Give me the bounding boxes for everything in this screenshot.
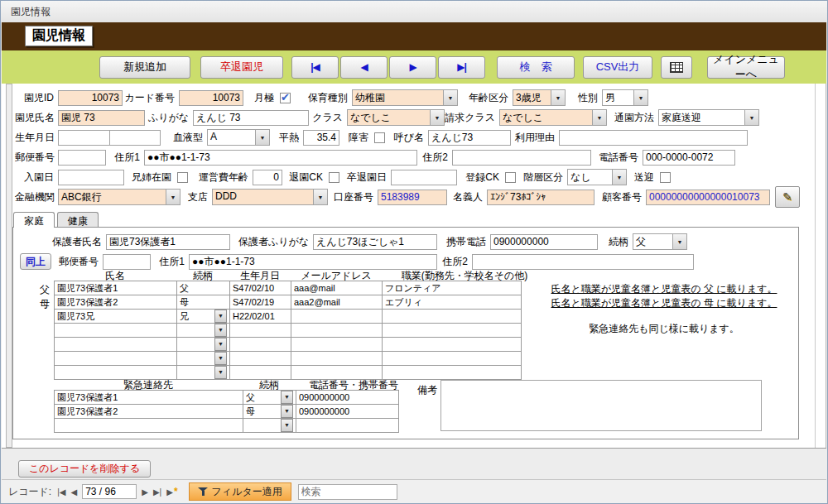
rec-prev-button[interactable]: ◀ [68, 487, 79, 497]
reason-input[interactable] [559, 130, 748, 146]
nav-next-button[interactable]: ▶ [389, 56, 436, 79]
phone-input[interactable] [643, 150, 735, 166]
family-relation-cell[interactable] [177, 324, 230, 338]
pickup-checkbox[interactable] [660, 172, 671, 183]
customer-no-input[interactable] [646, 190, 770, 205]
combo-arrow-icon[interactable] [214, 338, 227, 351]
memo-edit-button[interactable]: ✎ [775, 186, 800, 208]
monthly-checkbox[interactable] [280, 93, 291, 103]
gender-combo[interactable]: 男 [602, 89, 648, 106]
family-name-cell[interactable]: 園児73保護者2 [55, 295, 177, 310]
same-as-above-button[interactable]: 同上 [20, 253, 51, 270]
nav-prev-button[interactable]: ◀ [340, 56, 388, 79]
combo-arrow-icon[interactable] [214, 352, 227, 365]
child-name-input[interactable] [58, 110, 145, 126]
family-job-cell[interactable]: エブリィ [383, 295, 522, 310]
datasheet-view-button[interactable] [661, 56, 692, 79]
record-search-input[interactable] [298, 484, 397, 500]
main-menu-button[interactable]: メインメニューへ [707, 56, 785, 79]
guardian-name-input[interactable] [106, 234, 230, 250]
combo-arrow-icon[interactable] [214, 310, 227, 323]
family-dob-cell[interactable] [230, 338, 291, 352]
emergency-relation-cell[interactable]: 父 [243, 391, 296, 405]
combo-arrow-icon[interactable] [214, 366, 227, 379]
emergency-relation-cell[interactable] [243, 419, 296, 433]
sibling-checkbox[interactable] [177, 172, 188, 183]
combo-arrow-icon[interactable] [633, 90, 647, 105]
nav-last-button[interactable]: ▶| [438, 56, 485, 79]
emergency-name-cell[interactable]: 園児73保護者2 [55, 405, 243, 419]
family-dob-cell[interactable]: H22/02/01 [230, 310, 291, 324]
emergency-name-cell[interactable] [55, 419, 243, 433]
combo-arrow-icon[interactable] [551, 90, 565, 105]
combo-arrow-icon[interactable] [443, 90, 457, 105]
billing-class-combo[interactable]: なでしこ [499, 109, 607, 126]
combo-arrow-icon[interactable] [214, 324, 227, 337]
family-job-cell[interactable]: フロンティア [383, 281, 522, 295]
guardian-addr2-input[interactable] [472, 254, 694, 270]
card-no-input[interactable] [179, 90, 243, 106]
rec-new-button[interactable]: ▶* [164, 485, 180, 498]
withdraw-checkbox[interactable] [329, 172, 339, 183]
age-group-combo[interactable]: 3歳児 [513, 89, 566, 106]
commute-combo[interactable]: 家庭送迎 [658, 109, 759, 126]
birthdate-era-input[interactable] [58, 130, 109, 146]
combo-arrow-icon[interactable] [612, 170, 626, 185]
birthdate-date-input[interactable] [109, 130, 161, 146]
grad-date-input[interactable] [391, 170, 457, 185]
rec-next-button[interactable]: ▶ [139, 487, 151, 497]
combo-arrow-icon[interactable] [430, 110, 444, 125]
family-dob-cell[interactable]: S47/02/10 [230, 281, 291, 295]
guardian-zip-input[interactable] [103, 254, 151, 270]
search-button[interactable]: 検 索 [497, 56, 575, 79]
family-mail-cell[interactable]: aaa@mail [291, 281, 383, 295]
emergency-phone-cell[interactable]: 0900000000 [296, 391, 399, 405]
combo-arrow-icon[interactable] [744, 110, 758, 125]
family-relation-cell[interactable] [177, 352, 230, 366]
family-dob-cell[interactable] [230, 352, 291, 366]
family-dob-cell[interactable]: S47/02/19 [230, 295, 291, 310]
family-job-cell[interactable] [383, 324, 522, 338]
family-dob-cell[interactable] [230, 324, 291, 338]
guardian-relation-combo[interactable]: 父 [633, 233, 687, 250]
class-combo[interactable]: なでしこ [347, 109, 445, 126]
emergency-name-cell[interactable]: 園児73保護者1 [55, 391, 243, 405]
record-position-input[interactable] [82, 484, 137, 499]
account-input[interactable] [378, 190, 447, 205]
nav-first-button[interactable]: |◀ [291, 56, 339, 79]
family-name-cell[interactable] [55, 324, 177, 338]
family-relation-cell[interactable] [177, 338, 230, 352]
family-mail-cell[interactable] [291, 352, 383, 366]
disability-checkbox[interactable] [374, 132, 385, 143]
combo-arrow-icon[interactable] [672, 234, 686, 249]
addr2-input[interactable] [452, 150, 591, 166]
tab-family[interactable]: 家庭 [13, 212, 55, 228]
guardian-addr1-input[interactable] [189, 254, 437, 270]
emergency-phone-cell[interactable] [296, 419, 399, 433]
emergency-relation-cell[interactable]: 母 [243, 405, 296, 419]
temperature-input[interactable] [303, 130, 339, 146]
holder-input[interactable] [487, 190, 595, 205]
family-mail-cell[interactable] [291, 338, 383, 352]
family-job-cell[interactable] [383, 310, 522, 324]
blood-type-combo[interactable]: A [207, 129, 270, 146]
bank-combo[interactable]: ABC銀行 [58, 189, 181, 205]
combo-arrow-icon[interactable] [281, 405, 293, 418]
add-new-button[interactable]: 新規追加 [99, 56, 190, 79]
filter-applied-button[interactable]: フィルター適用 [189, 482, 291, 501]
combo-arrow-icon[interactable] [281, 419, 293, 432]
guardian-furigana-input[interactable] [313, 234, 437, 250]
rec-last-button[interactable]: ▶| [151, 487, 164, 497]
remarks-textarea[interactable] [440, 380, 762, 431]
family-mail-cell[interactable]: aaa2@mail [291, 295, 383, 310]
emergency-phone-cell[interactable]: 0900000000 [296, 405, 399, 419]
entry-date-input[interactable] [58, 170, 124, 185]
nickname-input[interactable] [428, 130, 511, 146]
addr1-input[interactable] [144, 150, 417, 166]
family-name-cell[interactable]: 園児73保護者1 [55, 281, 177, 295]
family-job-cell[interactable] [383, 352, 522, 366]
combo-arrow-icon[interactable] [166, 190, 180, 204]
family-mail-cell[interactable] [291, 324, 383, 338]
record-selector-bar[interactable] [6, 84, 12, 448]
guardian-mobile-input[interactable] [490, 234, 598, 250]
